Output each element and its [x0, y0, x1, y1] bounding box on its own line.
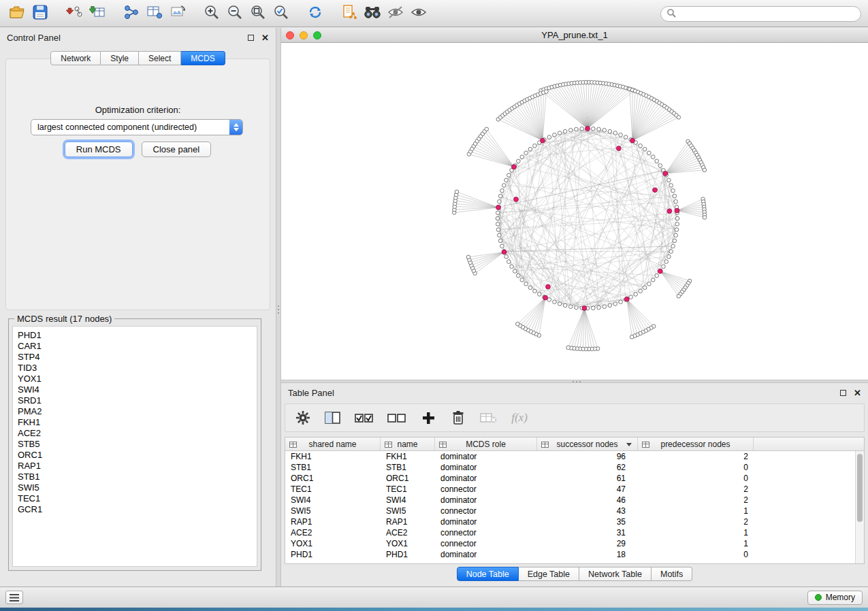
- float-panel-icon[interactable]: [248, 35, 254, 41]
- table-cell[interactable]: FKH1: [285, 451, 381, 462]
- network-image-button[interactable]: [166, 3, 189, 24]
- table-cell[interactable]: connector: [435, 538, 537, 549]
- tab-node-table[interactable]: Node Table: [457, 567, 519, 581]
- zoom-fit-button[interactable]: [246, 3, 270, 24]
- tab-network-table[interactable]: Network Table: [579, 567, 652, 581]
- table-cell[interactable]: 1: [638, 527, 754, 538]
- table-cell[interactable]: SWI4: [381, 495, 435, 506]
- criterion-dropdown[interactable]: largest connected component (undirected): [31, 119, 243, 135]
- table-cell[interactable]: PHD1: [381, 549, 435, 560]
- mcds-result-item[interactable]: STB5: [18, 439, 257, 450]
- table-row[interactable]: YOX1YOX1connector291: [285, 538, 855, 549]
- toolbar-search-field[interactable]: [660, 6, 861, 22]
- table-row[interactable]: SWI5SWI5connector431: [285, 506, 855, 516]
- network-fan-edges-layer[interactable]: [454, 82, 705, 349]
- show-hide-button[interactable]: [407, 3, 430, 24]
- save-session-button[interactable]: [29, 3, 52, 24]
- tab-mcds[interactable]: MCDS: [181, 51, 225, 65]
- table-cell[interactable]: 62: [537, 462, 638, 473]
- mcds-result-item[interactable]: ACE2: [18, 428, 257, 439]
- close-panel-button[interactable]: Close panel: [142, 142, 212, 157]
- function-builder-button[interactable]: f(x): [511, 408, 528, 427]
- table-cell[interactable]: dominator: [435, 462, 537, 473]
- table-cell[interactable]: RAP1: [381, 516, 435, 527]
- zoom-selected-button[interactable]: [270, 3, 293, 24]
- tab-network[interactable]: Network: [50, 51, 101, 65]
- table-cell[interactable]: 0: [638, 549, 754, 560]
- table-row[interactable]: RAP1RAP1dominator352: [285, 516, 855, 527]
- network-window-titlebar[interactable]: YPA_prune.txt_1: [281, 28, 868, 43]
- import-network-button[interactable]: [63, 3, 86, 24]
- table-cell[interactable]: 0: [638, 473, 754, 484]
- table-cell[interactable]: 47: [537, 484, 638, 495]
- network-table-button[interactable]: [143, 3, 166, 24]
- tab-select[interactable]: Select: [139, 51, 181, 65]
- mcds-result-item[interactable]: GCR1: [18, 504, 257, 515]
- mcds-result-item[interactable]: YOX1: [18, 374, 257, 384]
- table-cell[interactable]: 0: [638, 462, 754, 473]
- table-cell[interactable]: 29: [537, 538, 638, 549]
- column-header-successor-nodes[interactable]: successor nodes: [537, 437, 638, 450]
- add-column-button[interactable]: [420, 408, 436, 427]
- deselect-all-button[interactable]: [387, 408, 406, 427]
- run-mcds-button[interactable]: Run MCDS: [65, 142, 133, 157]
- table-cell[interactable]: PHD1: [285, 549, 381, 560]
- new-network-button[interactable]: [120, 3, 143, 24]
- table-row[interactable]: STB1STB1dominator620: [285, 462, 855, 473]
- show-columns-button[interactable]: [325, 408, 341, 427]
- mcds-result-item[interactable]: RAP1: [18, 461, 257, 472]
- table-cell[interactable]: 2: [638, 484, 754, 495]
- table-cell[interactable]: connector: [435, 506, 537, 516]
- delete-column-button[interactable]: [450, 408, 466, 427]
- float-panel-icon[interactable]: [840, 390, 846, 396]
- table-row[interactable]: FKH1FKH1dominator962: [285, 451, 855, 462]
- table-row[interactable]: TEC1TEC1connector472: [285, 484, 855, 495]
- mcds-result-item[interactable]: PMA2: [18, 406, 257, 417]
- table-cell[interactable]: SWI5: [285, 506, 381, 516]
- mcds-result-item[interactable]: SWI5: [18, 482, 257, 493]
- mcds-result-item[interactable]: TID3: [18, 363, 257, 374]
- zoom-in-button[interactable]: [200, 3, 223, 24]
- table-cell[interactable]: 18: [537, 549, 638, 560]
- table-cell[interactable]: dominator: [435, 516, 537, 527]
- graphics-detail-button[interactable]: [384, 3, 407, 24]
- apply-layout-button[interactable]: [304, 3, 327, 24]
- mcds-result-list[interactable]: PHD1CAR1STP4TID3YOX1SWI4SRD1PMA2FKH1ACE2…: [12, 326, 257, 567]
- table-cell[interactable]: 46: [537, 495, 638, 506]
- table-cell[interactable]: 2: [638, 451, 754, 462]
- mcds-result-item[interactable]: STP4: [18, 352, 257, 363]
- select-all-button[interactable]: [355, 408, 374, 427]
- export-document-button[interactable]: [338, 3, 361, 24]
- table-cell[interactable]: 35: [537, 516, 638, 527]
- mcds-result-item[interactable]: TEC1: [18, 493, 257, 504]
- tab-style[interactable]: Style: [101, 51, 139, 65]
- table-row[interactable]: ACE2ACE2connector311: [285, 527, 855, 538]
- table-cell[interactable]: connector: [435, 527, 537, 538]
- table-cell[interactable]: 1: [638, 506, 754, 516]
- close-panel-icon[interactable]: ✕: [854, 389, 861, 397]
- scrollbar-thumb[interactable]: [857, 454, 863, 522]
- mcds-result-item[interactable]: ORC1: [18, 450, 257, 461]
- network-canvas[interactable]: [281, 43, 868, 380]
- mcds-result-item[interactable]: CAR1: [18, 341, 257, 352]
- table-cell[interactable]: dominator: [435, 549, 537, 560]
- mcds-result-item[interactable]: PHD1: [18, 330, 257, 341]
- column-header-name[interactable]: name: [381, 437, 435, 450]
- table-cell[interactable]: dominator: [435, 473, 537, 484]
- mcds-result-item[interactable]: FKH1: [18, 417, 257, 428]
- table-cell[interactable]: RAP1: [285, 516, 381, 527]
- open-file-button[interactable]: [5, 3, 29, 24]
- table-cell[interactable]: SWI4: [285, 495, 381, 506]
- search-network-button[interactable]: [361, 3, 384, 24]
- mcds-result-item[interactable]: STB1: [18, 472, 257, 482]
- table-row[interactable]: PHD1PHD1dominator180: [285, 549, 855, 560]
- search-input[interactable]: [676, 10, 861, 19]
- column-header-predecessor-nodes[interactable]: predecessor nodes: [638, 437, 754, 450]
- table-cell[interactable]: ACE2: [381, 527, 435, 538]
- table-cell[interactable]: FKH1: [381, 451, 435, 462]
- table-row[interactable]: SWI4SWI4dominator462: [285, 495, 855, 506]
- table-cell[interactable]: TEC1: [285, 484, 381, 495]
- table-row[interactable]: ORC1ORC1dominator610: [285, 473, 855, 484]
- network-canvas-area[interactable]: [281, 43, 868, 380]
- table-cell[interactable]: YOX1: [381, 538, 435, 549]
